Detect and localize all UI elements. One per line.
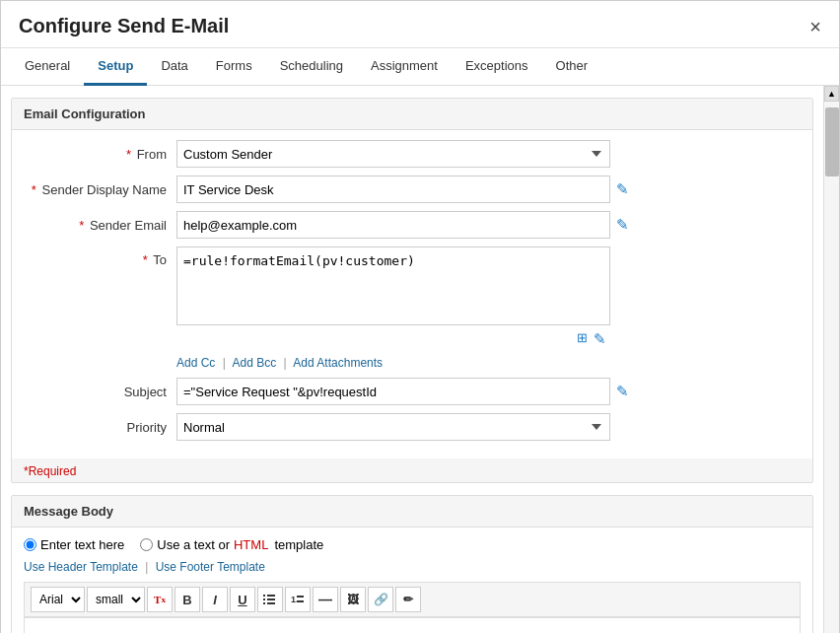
hr-btn[interactable]: —: [313, 587, 338, 612]
to-required-star: *: [143, 252, 148, 267]
add-bcc-link[interactable]: Add Bcc: [233, 356, 277, 370]
priority-label: Priority: [24, 420, 176, 435]
add-cc-link[interactable]: Add Cc: [176, 356, 215, 370]
dialog-header: Configure Send E-Mail ×: [1, 1, 839, 48]
subject-edit-icon[interactable]: ✎: [616, 383, 629, 400]
editor-toolbar: Arial small Tx B I U: [24, 582, 801, 617]
message-body-section: Message Body Enter text here Use a text …: [11, 495, 813, 633]
to-label: * To: [24, 246, 176, 267]
from-label: * From: [24, 147, 176, 162]
tab-scheduling[interactable]: Scheduling: [266, 48, 357, 86]
tab-bar: General Setup Data Forms Scheduling Assi…: [1, 48, 839, 86]
numbered-list-btn[interactable]: 1.: [285, 587, 311, 612]
tab-setup[interactable]: Setup: [84, 48, 147, 86]
sender-display-required-star: *: [32, 182, 36, 197]
template-links-row: Use Header Template | Use Footer Templat…: [24, 560, 801, 574]
sender-display-name-row: * Sender Display Name ✎: [24, 176, 801, 203]
to-field-wrapper: ⊞ ✎: [176, 246, 610, 348]
svg-rect-0: [263, 595, 265, 597]
scroll-up-arrow[interactable]: ▲: [824, 86, 839, 102]
radio-template-label[interactable]: Use a text or HTML template: [140, 537, 323, 552]
link-btn[interactable]: 🔗: [368, 587, 393, 612]
bullet-list-icon: [263, 593, 277, 606]
dialog-body-content: Email Configuration * From Custom Sender: [1, 86, 823, 633]
html-template-link[interactable]: HTML: [234, 537, 268, 552]
subject-input[interactable]: [176, 378, 610, 405]
priority-row: Priority Normal: [24, 413, 801, 441]
vertical-scrollbar: ▲ ▼: [823, 86, 839, 633]
tab-data[interactable]: Data: [147, 48, 201, 86]
sender-email-row: * Sender Email ✎: [24, 211, 801, 239]
tab-other[interactable]: Other: [542, 48, 602, 86]
svg-rect-7: [297, 596, 304, 598]
add-links-row: Add Cc | Add Bcc | Add Attachments: [176, 356, 801, 370]
dialog-body-wrapper: Email Configuration * From Custom Sender: [1, 86, 839, 633]
priority-select[interactable]: Normal: [176, 413, 610, 441]
radio-template[interactable]: [140, 538, 153, 551]
edit-html-btn[interactable]: ✏: [395, 587, 421, 612]
email-config-title: Email Configuration: [12, 99, 812, 130]
dialog-title: Configure Send E-Mail: [19, 15, 229, 37]
subject-label: Subject: [24, 385, 176, 399]
font-size-select[interactable]: small: [87, 587, 145, 612]
italic-btn[interactable]: I: [202, 587, 228, 612]
sender-display-name-edit-icon[interactable]: ✎: [616, 180, 629, 198]
svg-rect-4: [263, 602, 265, 604]
font-family-select[interactable]: Arial: [31, 587, 85, 612]
sender-email-label: * Sender Email: [24, 218, 176, 233]
email-config-form: * From Custom Sender * Sender Display Na…: [12, 130, 812, 458]
tab-assignment[interactable]: Assignment: [357, 48, 452, 86]
bold-btn[interactable]: B: [175, 587, 200, 612]
sender-email-edit-icon[interactable]: ✎: [616, 216, 629, 234]
from-row: * From Custom Sender: [24, 140, 801, 168]
separator-2: |: [284, 356, 287, 370]
to-edit-icon[interactable]: ✎: [594, 330, 606, 348]
svg-rect-2: [263, 598, 265, 600]
sender-email-input[interactable]: [176, 211, 610, 239]
tab-general[interactable]: General: [11, 48, 84, 86]
tab-forms[interactable]: Forms: [202, 48, 266, 86]
to-textarea-icons: ⊞ ✎: [176, 330, 610, 348]
add-attachments-link[interactable]: Add Attachments: [293, 356, 383, 370]
subject-row: Subject ✎: [24, 378, 801, 405]
underline-btn[interactable]: U: [230, 587, 255, 612]
from-required-star: *: [126, 147, 131, 162]
use-footer-template-link[interactable]: Use Footer Template: [156, 560, 265, 574]
image-btn[interactable]: 🖼: [340, 587, 366, 612]
sender-display-name-input[interactable]: [176, 176, 610, 203]
radio-row: Enter text here Use a text or HTML templ…: [24, 537, 801, 552]
template-sep: |: [145, 560, 148, 574]
sender-display-name-label: * Sender Display Name: [24, 182, 176, 197]
numbered-list-icon: 1.: [291, 593, 305, 606]
scroll-thumb[interactable]: [825, 107, 839, 176]
svg-rect-3: [267, 598, 275, 600]
radio-enter-text-label[interactable]: Enter text here: [24, 537, 124, 552]
message-body-content: Enter text here Use a text or HTML templ…: [12, 528, 812, 633]
use-header-template-link[interactable]: Use Header Template: [24, 560, 138, 574]
bullet-list-btn[interactable]: [257, 587, 283, 612]
to-textarea[interactable]: [176, 246, 610, 325]
required-note: *Required: [24, 464, 801, 478]
radio-enter-text[interactable]: [24, 538, 36, 551]
scroll-thumb-area: [824, 102, 839, 633]
configure-email-dialog: Configure Send E-Mail × General Setup Da…: [0, 0, 840, 633]
separator-1: |: [223, 356, 226, 370]
to-row: * To ⊞ ✎: [24, 246, 801, 348]
from-select[interactable]: Custom Sender: [176, 140, 610, 168]
email-config-section: Email Configuration * From Custom Sender: [11, 98, 813, 483]
svg-rect-1: [267, 595, 275, 597]
tab-exceptions[interactable]: Exceptions: [452, 48, 542, 86]
to-formula-icon[interactable]: ⊞: [577, 330, 588, 348]
editor-area[interactable]: [24, 617, 801, 633]
svg-rect-5: [267, 602, 275, 604]
text-format-btn[interactable]: Tx: [147, 587, 173, 612]
svg-rect-8: [297, 600, 304, 602]
sender-email-required-star: *: [79, 218, 84, 233]
close-button[interactable]: ×: [809, 17, 821, 36]
message-body-title: Message Body: [12, 496, 812, 528]
